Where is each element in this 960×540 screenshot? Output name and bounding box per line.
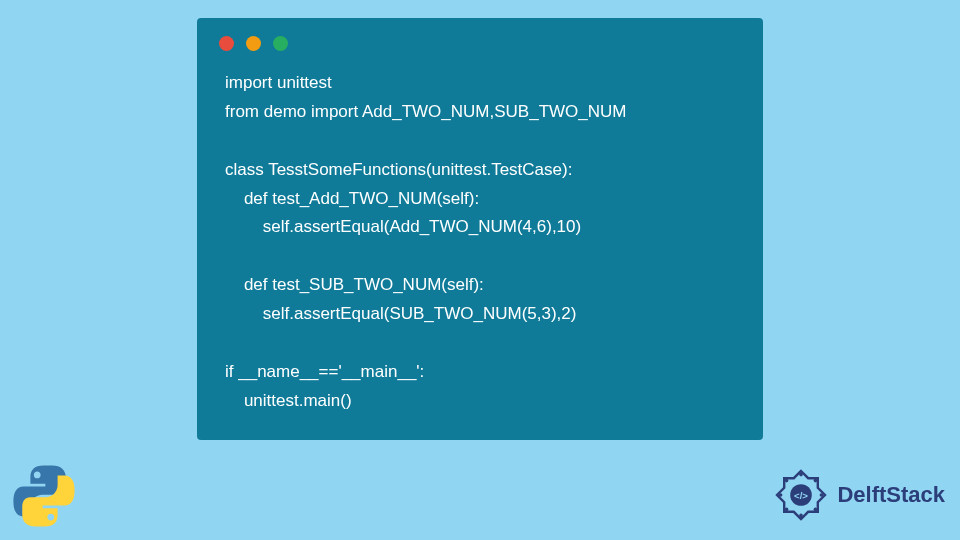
svg-point-3 — [814, 479, 818, 483]
code-block: import unittest from demo import Add_TWO… — [197, 59, 763, 426]
maximize-icon — [273, 36, 288, 51]
python-logo-icon — [10, 462, 78, 530]
code-window: import unittest from demo import Add_TWO… — [197, 18, 763, 440]
svg-point-6 — [800, 514, 804, 518]
svg-point-9 — [785, 479, 789, 483]
svg-point-7 — [785, 508, 789, 512]
svg-point-4 — [820, 493, 824, 497]
svg-text:</>: </> — [794, 490, 808, 501]
minimize-icon — [246, 36, 261, 51]
svg-point-8 — [779, 493, 783, 497]
svg-point-2 — [800, 473, 804, 477]
delftstack-branding: </> DelftStack — [771, 465, 945, 525]
delftstack-badge-icon: </> — [771, 465, 831, 525]
svg-point-5 — [814, 508, 818, 512]
delftstack-label: DelftStack — [837, 482, 945, 508]
window-controls — [197, 18, 763, 59]
close-icon — [219, 36, 234, 51]
